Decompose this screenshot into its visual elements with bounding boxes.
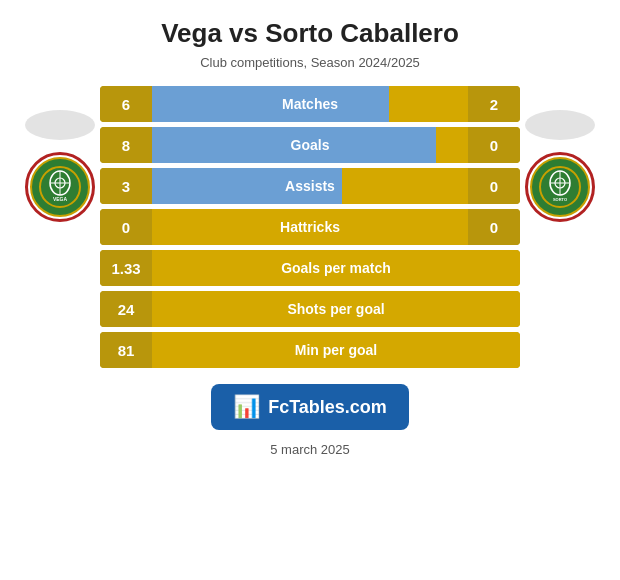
logo-blob-right [525, 110, 595, 140]
stat-bar-area: Assists [152, 168, 468, 204]
stat-bar-fill [152, 86, 389, 122]
single-stat-label: Min per goal [295, 342, 377, 358]
stat-label: Goals [291, 137, 330, 153]
stat-left-value: 3 [100, 168, 152, 204]
single-stat-bar: Shots per goal [152, 291, 520, 327]
single-stat-row: 81 Min per goal [100, 332, 520, 368]
logo-right: SORTO [520, 110, 600, 222]
fctables-icon: 📊 [233, 394, 260, 420]
stat-row: 0 Hattricks 0 [100, 209, 520, 245]
stat-label: Assists [285, 178, 335, 194]
stat-bar-area: Hattricks [152, 209, 468, 245]
stat-left-value: 6 [100, 86, 152, 122]
stats-rows: 6 Matches 2 8 Goals 0 3 Assists 0 0 Hatt… [100, 86, 520, 245]
stat-row: 8 Goals 0 [100, 127, 520, 163]
single-stat-value: 81 [100, 332, 152, 368]
date-text: 5 march 2025 [270, 442, 350, 457]
stat-left-value: 8 [100, 127, 152, 163]
page-subtitle: Club competitions, Season 2024/2025 [200, 55, 420, 70]
stat-row: 3 Assists 0 [100, 168, 520, 204]
stat-bar-area: Matches [152, 86, 468, 122]
fctables-logo: 📊 FcTables.com [211, 384, 409, 430]
single-stat-row: 24 Shots per goal [100, 291, 520, 327]
single-stats-rows: 1.33 Goals per match 24 Shots per goal 8… [100, 250, 520, 368]
stat-right-value: 0 [468, 209, 520, 245]
single-stat-bar: Goals per match [152, 250, 520, 286]
stats-section: VEGA 6 Matches 2 8 Goals 0 3 Assists 0 0 [20, 86, 600, 245]
stat-label: Hattricks [280, 219, 340, 235]
team-crest-left: VEGA [30, 157, 90, 217]
single-stat-label: Shots per goal [287, 301, 384, 317]
single-stat-value: 24 [100, 291, 152, 327]
single-stat-label: Goals per match [281, 260, 391, 276]
logo-left: VEGA [20, 110, 100, 222]
single-stat-row: 1.33 Goals per match [100, 250, 520, 286]
stat-left-value: 0 [100, 209, 152, 245]
svg-text:SORTO: SORTO [553, 197, 567, 202]
page-container: Vega vs Sorto Caballero Club competition… [0, 0, 620, 580]
stat-right-value: 0 [468, 127, 520, 163]
single-stat-bar: Min per goal [152, 332, 520, 368]
team-logo-right: SORTO [525, 152, 595, 222]
stat-label: Matches [282, 96, 338, 112]
stat-bar-area: Goals [152, 127, 468, 163]
stat-right-value: 0 [468, 168, 520, 204]
page-title: Vega vs Sorto Caballero [161, 18, 459, 49]
team-crest-right: SORTO [530, 157, 590, 217]
stat-row: 6 Matches 2 [100, 86, 520, 122]
svg-text:VEGA: VEGA [53, 196, 68, 202]
fctables-text: FcTables.com [268, 397, 387, 418]
stat-right-value: 2 [468, 86, 520, 122]
single-stat-value: 1.33 [100, 250, 152, 286]
team-logo-left: VEGA [25, 152, 95, 222]
logo-blob-left [25, 110, 95, 140]
